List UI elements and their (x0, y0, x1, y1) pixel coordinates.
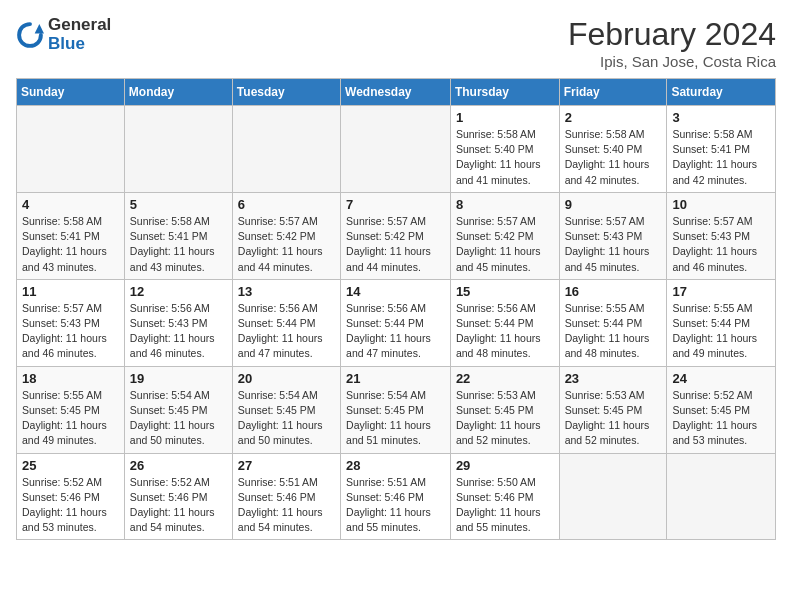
calendar-day-cell: 29Sunrise: 5:50 AMSunset: 5:46 PMDayligh… (450, 453, 559, 540)
day-number: 12 (130, 284, 227, 299)
location: Ipis, San Jose, Costa Rica (568, 53, 776, 70)
day-info: Sunrise: 5:58 AMSunset: 5:41 PMDaylight:… (22, 214, 119, 275)
calendar-day-cell: 28Sunrise: 5:51 AMSunset: 5:46 PMDayligh… (341, 453, 451, 540)
day-info: Sunrise: 5:58 AMSunset: 5:41 PMDaylight:… (130, 214, 227, 275)
day-info: Sunrise: 5:55 AMSunset: 5:44 PMDaylight:… (672, 301, 770, 362)
day-number: 22 (456, 371, 554, 386)
day-number: 7 (346, 197, 445, 212)
day-number: 21 (346, 371, 445, 386)
calendar-day-cell: 6Sunrise: 5:57 AMSunset: 5:42 PMDaylight… (232, 192, 340, 279)
calendar-day-cell: 9Sunrise: 5:57 AMSunset: 5:43 PMDaylight… (559, 192, 667, 279)
day-info: Sunrise: 5:56 AMSunset: 5:44 PMDaylight:… (346, 301, 445, 362)
calendar-day-cell: 22Sunrise: 5:53 AMSunset: 5:45 PMDayligh… (450, 366, 559, 453)
day-number: 25 (22, 458, 119, 473)
day-number: 20 (238, 371, 335, 386)
calendar-day-cell: 23Sunrise: 5:53 AMSunset: 5:45 PMDayligh… (559, 366, 667, 453)
calendar-day-cell: 18Sunrise: 5:55 AMSunset: 5:45 PMDayligh… (17, 366, 125, 453)
day-number: 15 (456, 284, 554, 299)
day-number: 8 (456, 197, 554, 212)
day-number: 16 (565, 284, 662, 299)
calendar-day-cell: 4Sunrise: 5:58 AMSunset: 5:41 PMDaylight… (17, 192, 125, 279)
day-info: Sunrise: 5:52 AMSunset: 5:46 PMDaylight:… (130, 475, 227, 536)
day-info: Sunrise: 5:56 AMSunset: 5:44 PMDaylight:… (238, 301, 335, 362)
day-info: Sunrise: 5:55 AMSunset: 5:44 PMDaylight:… (565, 301, 662, 362)
logo-icon (16, 21, 44, 49)
day-info: Sunrise: 5:51 AMSunset: 5:46 PMDaylight:… (346, 475, 445, 536)
day-info: Sunrise: 5:57 AMSunset: 5:42 PMDaylight:… (238, 214, 335, 275)
month-year: February 2024 (568, 16, 776, 53)
calendar-day-cell: 27Sunrise: 5:51 AMSunset: 5:46 PMDayligh… (232, 453, 340, 540)
calendar-day-cell: 24Sunrise: 5:52 AMSunset: 5:45 PMDayligh… (667, 366, 776, 453)
day-info: Sunrise: 5:51 AMSunset: 5:46 PMDaylight:… (238, 475, 335, 536)
day-info: Sunrise: 5:58 AMSunset: 5:40 PMDaylight:… (456, 127, 554, 188)
calendar-day-cell: 13Sunrise: 5:56 AMSunset: 5:44 PMDayligh… (232, 279, 340, 366)
calendar-header-cell: Wednesday (341, 79, 451, 106)
calendar-day-cell: 1Sunrise: 5:58 AMSunset: 5:40 PMDaylight… (450, 106, 559, 193)
calendar-day-cell (341, 106, 451, 193)
day-number: 5 (130, 197, 227, 212)
calendar-day-cell: 10Sunrise: 5:57 AMSunset: 5:43 PMDayligh… (667, 192, 776, 279)
calendar-week-row: 25Sunrise: 5:52 AMSunset: 5:46 PMDayligh… (17, 453, 776, 540)
calendar-day-cell: 7Sunrise: 5:57 AMSunset: 5:42 PMDaylight… (341, 192, 451, 279)
day-number: 13 (238, 284, 335, 299)
day-number: 10 (672, 197, 770, 212)
day-info: Sunrise: 5:53 AMSunset: 5:45 PMDaylight:… (565, 388, 662, 449)
day-number: 17 (672, 284, 770, 299)
day-info: Sunrise: 5:57 AMSunset: 5:43 PMDaylight:… (565, 214, 662, 275)
day-info: Sunrise: 5:57 AMSunset: 5:43 PMDaylight:… (672, 214, 770, 275)
calendar-day-cell: 3Sunrise: 5:58 AMSunset: 5:41 PMDaylight… (667, 106, 776, 193)
title-block: February 2024 Ipis, San Jose, Costa Rica (568, 16, 776, 70)
calendar-header-cell: Thursday (450, 79, 559, 106)
calendar-day-cell: 26Sunrise: 5:52 AMSunset: 5:46 PMDayligh… (124, 453, 232, 540)
day-info: Sunrise: 5:53 AMSunset: 5:45 PMDaylight:… (456, 388, 554, 449)
day-info: Sunrise: 5:58 AMSunset: 5:41 PMDaylight:… (672, 127, 770, 188)
day-info: Sunrise: 5:56 AMSunset: 5:44 PMDaylight:… (456, 301, 554, 362)
calendar-day-cell: 12Sunrise: 5:56 AMSunset: 5:43 PMDayligh… (124, 279, 232, 366)
calendar-day-cell: 19Sunrise: 5:54 AMSunset: 5:45 PMDayligh… (124, 366, 232, 453)
calendar-table: SundayMondayTuesdayWednesdayThursdayFrid… (16, 78, 776, 540)
calendar-week-row: 4Sunrise: 5:58 AMSunset: 5:41 PMDaylight… (17, 192, 776, 279)
day-number: 29 (456, 458, 554, 473)
day-info: Sunrise: 5:54 AMSunset: 5:45 PMDaylight:… (238, 388, 335, 449)
calendar-day-cell: 14Sunrise: 5:56 AMSunset: 5:44 PMDayligh… (341, 279, 451, 366)
day-number: 9 (565, 197, 662, 212)
calendar-day-cell (559, 453, 667, 540)
calendar-day-cell: 20Sunrise: 5:54 AMSunset: 5:45 PMDayligh… (232, 366, 340, 453)
day-info: Sunrise: 5:57 AMSunset: 5:42 PMDaylight:… (456, 214, 554, 275)
calendar-day-cell: 16Sunrise: 5:55 AMSunset: 5:44 PMDayligh… (559, 279, 667, 366)
day-number: 26 (130, 458, 227, 473)
calendar-day-cell: 2Sunrise: 5:58 AMSunset: 5:40 PMDaylight… (559, 106, 667, 193)
day-number: 4 (22, 197, 119, 212)
day-number: 18 (22, 371, 119, 386)
calendar-header-cell: Monday (124, 79, 232, 106)
calendar-header-cell: Saturday (667, 79, 776, 106)
page-header: General Blue February 2024 Ipis, San Jos… (16, 16, 776, 70)
day-info: Sunrise: 5:54 AMSunset: 5:45 PMDaylight:… (130, 388, 227, 449)
calendar-day-cell: 5Sunrise: 5:58 AMSunset: 5:41 PMDaylight… (124, 192, 232, 279)
calendar-day-cell: 8Sunrise: 5:57 AMSunset: 5:42 PMDaylight… (450, 192, 559, 279)
day-info: Sunrise: 5:52 AMSunset: 5:46 PMDaylight:… (22, 475, 119, 536)
calendar-day-cell (124, 106, 232, 193)
day-number: 3 (672, 110, 770, 125)
calendar-header-cell: Sunday (17, 79, 125, 106)
calendar-day-cell: 25Sunrise: 5:52 AMSunset: 5:46 PMDayligh… (17, 453, 125, 540)
day-number: 23 (565, 371, 662, 386)
day-number: 24 (672, 371, 770, 386)
calendar-header-row: SundayMondayTuesdayWednesdayThursdayFrid… (17, 79, 776, 106)
calendar-body: 1Sunrise: 5:58 AMSunset: 5:40 PMDaylight… (17, 106, 776, 540)
day-number: 19 (130, 371, 227, 386)
logo: General Blue (16, 16, 111, 53)
day-number: 2 (565, 110, 662, 125)
calendar-week-row: 11Sunrise: 5:57 AMSunset: 5:43 PMDayligh… (17, 279, 776, 366)
day-info: Sunrise: 5:55 AMSunset: 5:45 PMDaylight:… (22, 388, 119, 449)
day-number: 6 (238, 197, 335, 212)
day-info: Sunrise: 5:58 AMSunset: 5:40 PMDaylight:… (565, 127, 662, 188)
day-info: Sunrise: 5:54 AMSunset: 5:45 PMDaylight:… (346, 388, 445, 449)
calendar-week-row: 1Sunrise: 5:58 AMSunset: 5:40 PMDaylight… (17, 106, 776, 193)
calendar-day-cell (667, 453, 776, 540)
calendar-day-cell (17, 106, 125, 193)
day-number: 14 (346, 284, 445, 299)
calendar-header-cell: Friday (559, 79, 667, 106)
day-info: Sunrise: 5:57 AMSunset: 5:42 PMDaylight:… (346, 214, 445, 275)
calendar-day-cell (232, 106, 340, 193)
